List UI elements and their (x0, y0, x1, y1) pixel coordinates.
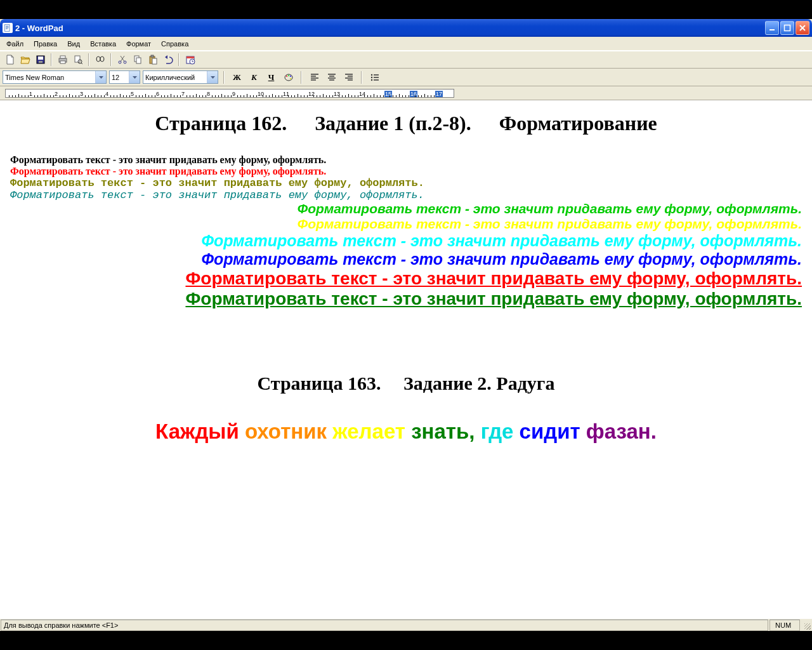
menu-help[interactable]: Справка (156, 39, 193, 49)
rainbow-word: охотник (245, 420, 332, 443)
text-line: Форматировать текст - это значит придава… (10, 216, 802, 232)
font-size-combo[interactable] (109, 70, 140, 84)
font-name-input[interactable] (3, 71, 95, 83)
svg-point-24 (285, 75, 287, 76)
save-button[interactable] (33, 53, 48, 67)
window-title: 2 - WordPad (15, 23, 765, 33)
align-right-button[interactable] (341, 70, 356, 84)
script-combo[interactable] (143, 70, 218, 84)
text-line: Форматировать текст - это значит придава… (10, 250, 802, 269)
text-line: Форматировать текст - это значит придава… (10, 154, 802, 166)
dropdown-icon[interactable] (95, 71, 106, 83)
svg-rect-2 (785, 25, 790, 31)
heading-text: Форматирование (499, 112, 657, 135)
close-button[interactable] (796, 21, 809, 35)
minimize-button[interactable] (765, 21, 779, 35)
dropdown-icon[interactable] (129, 71, 140, 83)
heading-text: Страница 162. (155, 112, 287, 135)
svg-rect-21 (187, 56, 194, 58)
open-button[interactable] (18, 53, 32, 67)
rainbow-line: Каждый охотник желает знать, где сидит ф… (10, 420, 802, 444)
svg-rect-16 (136, 58, 141, 63)
document-area[interactable]: Страница 162. Задание 1 (п.2-8). Формати… (0, 100, 812, 618)
svg-rect-19 (152, 58, 157, 64)
rainbow-word: фазан. (586, 420, 657, 443)
text-line: Форматировать текст - это значит придава… (10, 201, 802, 216)
menu-file[interactable]: Файл (1, 39, 29, 49)
copy-button[interactable] (130, 53, 145, 67)
heading-2: Страница 163. Задание 2. Радуга (10, 373, 802, 394)
menu-view[interactable]: Вид (62, 39, 85, 49)
svg-point-14 (124, 61, 126, 63)
rainbow-word: желает (332, 420, 411, 443)
maximize-button[interactable] (780, 21, 794, 35)
menu-insert[interactable]: Вставка (85, 39, 121, 49)
svg-rect-4 (38, 56, 43, 60)
svg-point-28 (370, 74, 372, 75)
menu-bar: Файл Правка Вид Вставка Формат Справка (0, 37, 812, 51)
underline-button[interactable]: Ч (264, 70, 278, 84)
status-help-text: Для вывода справки нажмите <F1> (1, 620, 768, 631)
format-toolbar: Ж К Ч (0, 69, 812, 86)
rainbow-word: знать, (411, 420, 480, 443)
text-line: Форматировать текст - это значит придава… (10, 166, 802, 177)
align-left-button[interactable] (307, 70, 322, 84)
svg-rect-9 (75, 56, 80, 62)
text-line: Форматировать текст - это значит придава… (10, 289, 802, 309)
title-bar: 2 - WordPad (0, 19, 812, 37)
cut-button[interactable] (115, 53, 129, 67)
menu-edit[interactable]: Правка (29, 39, 62, 49)
rainbow-word: сидит (520, 420, 586, 443)
svg-point-29 (370, 76, 372, 77)
status-bar: Для вывода справки нажмите <F1> NUM (0, 618, 812, 631)
resize-grip-icon[interactable] (801, 620, 812, 631)
menu-format[interactable]: Формат (121, 39, 156, 49)
svg-point-26 (289, 75, 291, 76)
heading-text: Страница 163. (258, 373, 381, 394)
print-button[interactable] (55, 53, 70, 67)
font-name-combo[interactable] (3, 70, 107, 84)
find-button[interactable] (93, 53, 107, 67)
text-line: Форматировать текст - это значит придава… (10, 269, 802, 289)
svg-rect-1 (769, 29, 775, 30)
text-line: Форматировать текст - это значит придава… (10, 177, 802, 189)
script-input[interactable] (143, 71, 207, 83)
new-button[interactable] (3, 53, 17, 67)
text-line: Форматировать текст - это значит придава… (10, 232, 802, 250)
italic-button[interactable]: К (247, 70, 261, 84)
text-line: Форматировать текст - это значит придава… (10, 189, 802, 201)
align-center-button[interactable] (324, 70, 339, 84)
svg-point-30 (370, 79, 372, 80)
undo-button[interactable] (160, 53, 175, 67)
rainbow-word: где (481, 420, 520, 443)
svg-rect-8 (60, 61, 65, 63)
heading-1: Страница 162. Задание 1 (п.2-8). Формати… (10, 112, 802, 135)
standard-toolbar (0, 51, 812, 69)
svg-rect-18 (151, 55, 154, 57)
rainbow-word: Каждый (155, 420, 245, 443)
status-num-indicator: NUM (769, 620, 800, 631)
bullets-button[interactable] (367, 70, 382, 84)
heading-text: Задание 2. Радуга (403, 373, 555, 394)
svg-point-25 (287, 74, 289, 76)
heading-text: Задание 1 (п.2-8). (315, 112, 471, 135)
svg-point-27 (289, 77, 291, 79)
dropdown-icon[interactable] (207, 71, 218, 83)
color-button[interactable] (281, 70, 296, 84)
paste-button[interactable] (145, 53, 160, 67)
svg-rect-6 (60, 56, 65, 58)
ruler[interactable]: 1234567891011121314151617 (0, 86, 812, 100)
font-size-input[interactable] (110, 71, 129, 83)
datetime-button[interactable] (183, 53, 197, 67)
svg-rect-5 (39, 61, 43, 63)
bold-button[interactable]: Ж (230, 70, 244, 84)
app-icon (3, 23, 13, 33)
svg-point-13 (119, 61, 121, 63)
print-preview-button[interactable] (70, 53, 85, 67)
